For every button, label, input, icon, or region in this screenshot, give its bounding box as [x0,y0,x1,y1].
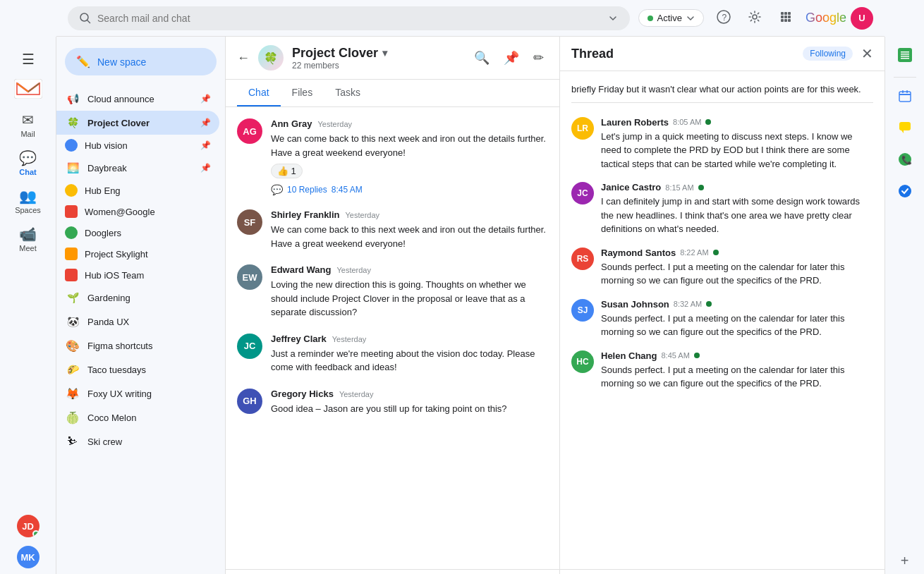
search-input[interactable] [97,13,602,24]
thread-avatar-susan-johnson: SJ [571,299,594,322]
message-item: AG Ann Gray Yesterday We can come back t… [237,118,548,195]
space-ski-crew-name: Ski crew [87,436,211,447]
svg-rect-22 [906,90,908,93]
space-hub-vision-name: Hub vision [85,140,193,151]
main-chat-area: ← 🍀 Project Clover ▾ 22 members 🔍 📌 ✏ Ch… [226,37,560,574]
online-status-dot [713,250,719,255]
sidebar-item-spaces[interactable]: 👥 Spaces [6,183,51,219]
thread-header: Thread Following ✕ [560,37,885,71]
thread-msg-content: Lauren Roberts 8:05 AM Let's jump in a q… [601,117,873,171]
message-reaction[interactable]: 👍 1 [271,164,303,178]
svg-rect-18 [901,58,909,59]
replies-count: 10 Replies [287,185,327,195]
sidebar-item-chat[interactable]: 💬 Chat [6,145,51,181]
space-panda-ux-name: Panda UX [87,317,211,327]
sheets-icon[interactable] [892,42,918,71]
tab-files[interactable]: Files [281,80,324,106]
add-icon[interactable]: + [895,547,915,574]
ski-crew-icon: ⛷ [65,434,80,449]
apps-icon[interactable] [774,6,797,30]
space-item-women-google[interactable]: Women@Google [56,201,219,222]
thread-close-button[interactable]: ✕ [861,45,873,62]
space-women-google-name: Women@Google [85,207,211,217]
search-button[interactable]: 🔍 [470,46,494,70]
message-content-jeffrey-clark: Jeffrey Clark Yesterday Just a reminder … [271,334,548,374]
space-item-hub-vision[interactable]: Hub vision 📌 [56,135,219,156]
search-dropdown-icon[interactable] [607,13,619,24]
message-time: Yesterday [318,120,353,128]
help-icon[interactable]: ? [712,6,735,30]
status-pill[interactable]: Active [638,9,704,27]
mail-icon: ✉ [22,111,34,128]
message-avatar-ann-gray: AG [237,118,262,144]
chat-bubble-icon[interactable] [892,115,918,144]
thread-msg-meta: Susan Johnson 8:32 AM [601,299,873,310]
back-button[interactable]: ← [237,51,250,66]
settings-icon[interactable] [743,6,766,30]
message-replies[interactable]: 💬 10 Replies 8:45 AM [271,184,548,195]
account-avatar[interactable]: U [851,7,873,30]
chat-messages: AG Ann Gray Yesterday We can come back t… [226,107,559,569]
message-avatar-edward-wang: EW [237,264,262,290]
space-item-hub-eng[interactable]: Hub Eng [56,180,219,201]
figma-shortcuts-icon: 🎨 [65,338,80,353]
space-project-clover-name: Project Clover [87,118,193,128]
space-taco-tuesdays-name: Taco tuesdays [87,365,211,375]
svg-rect-4 [781,12,784,15]
message-item: JC Jeffrey Clark Yesterday Just a remind… [237,334,548,374]
message-author: Shirley Franklin [271,209,340,220]
space-item-project-skylight[interactable]: Project Skylight [56,243,219,264]
space-item-dooglers[interactable]: Dooglers [56,222,219,243]
svg-point-27 [899,185,911,197]
tab-tasks[interactable]: Tasks [324,80,372,106]
space-item-taco-tuesdays[interactable]: 🌮 Taco tuesdays [56,358,219,381]
user-avatar-2[interactable]: MK [17,546,39,568]
hamburger-menu[interactable]: ☰ [16,45,40,73]
chat-icon: 💬 [19,149,37,166]
sidebar-item-meet-label: Meet [19,244,36,252]
space-item-ski-crew[interactable]: ⛷ Ski crew [56,429,219,453]
chevron-down-icon[interactable]: ▾ [382,47,387,59]
space-item-project-clover[interactable]: 🍀 Project Clover 📌 [56,111,219,135]
svg-rect-8 [784,16,787,18]
thread-following-badge[interactable]: Following [803,47,853,61]
space-hub-eng-name: Hub Eng [85,185,211,196]
cloud-announce-icon: 📢 [65,91,80,106]
reply-icon: 💬 [271,184,283,195]
message-time: Yesterday [339,390,374,398]
space-item-hub-ios[interactable]: Hub iOS Team [56,264,219,286]
online-status-dot [706,301,712,307]
thread-msg-content: Janice Castro 8:15 AM I can definitely j… [601,182,873,236]
space-item-figma-shortcuts[interactable]: 🎨 Figma shortcuts [56,334,219,358]
svg-rect-7 [781,16,784,18]
space-item-panda-ux[interactable]: 🐼 Panda UX [56,310,219,334]
sidebar-item-meet[interactable]: 📹 Meet [6,221,51,257]
chat-header: ← 🍀 Project Clover ▾ 22 members 🔍 📌 ✏ [226,37,559,80]
message-content-gregory-hicks: Gregory Hicks Yesterday Good idea – Jaso… [271,389,548,416]
space-item-cloud-announce[interactable]: 📢 Cloud announce 📌 [56,87,219,111]
space-item-gardening[interactable]: 🌱 Gardening [56,286,219,310]
sidebar-item-mail[interactable]: ✉ Mail [6,107,51,142]
svg-rect-20 [899,94,911,95]
new-space-button[interactable]: ✏️ New space [65,48,217,75]
user-avatar-1[interactable]: JD [17,515,39,537]
phone-icon[interactable]: 📞 [892,147,918,176]
thread-msg-author: Susan Johnson [601,299,669,310]
tab-chat[interactable]: Chat [237,80,281,106]
svg-rect-5 [784,12,787,15]
space-item-foxy-ux[interactable]: 🦊 Foxy UX writing [56,381,219,405]
svg-rect-6 [788,12,791,15]
message-meta: Edward Wang Yesterday [271,264,548,275]
space-item-daybreak[interactable]: 🌅 Daybreak 📌 [56,156,219,180]
message-meta: Shirley Franklin Yesterday [271,209,548,220]
thread-msg-time: 8:05 AM [673,118,701,126]
pin-button[interactable]: 📌 [499,46,523,70]
thread-title: Thread [571,47,794,61]
space-item-coco-melon[interactable]: 🍈 Coco Melon [56,405,219,429]
compose-button[interactable]: ✏ [529,46,548,70]
message-text: Just a reminder we're meeting about the … [271,347,548,374]
calendar-icon[interactable] [892,83,918,112]
svg-rect-21 [902,90,904,93]
thread-input-bar: + A ☺ ⋯ ➤ [560,569,885,574]
tasks-icon[interactable] [892,178,918,207]
